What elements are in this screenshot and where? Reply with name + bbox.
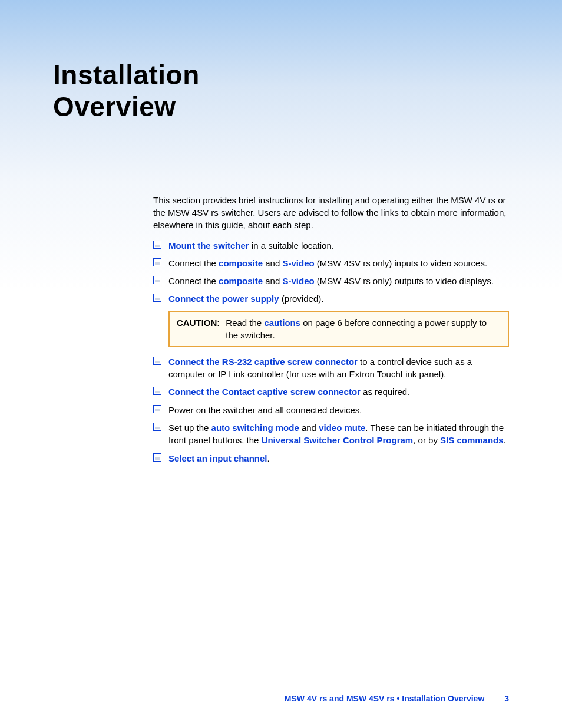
text: and [263, 276, 282, 286]
checkbox-icon [153, 357, 161, 365]
text: , or by [413, 435, 440, 445]
checkbox-icon [153, 276, 161, 284]
link-composite[interactable]: composite [219, 258, 263, 268]
text: Set up the [168, 423, 211, 433]
checklist-item: Connect the power supply (provided). [153, 292, 509, 305]
link-connect-rs232[interactable]: Connect the RS-232 captive screw connect… [168, 357, 358, 367]
checklist-item: Power on the switcher and all connected … [153, 404, 509, 416]
checkbox-icon [153, 241, 161, 249]
text: Connect the [168, 258, 219, 268]
checklist-item: Connect the Contact captive screw connec… [153, 386, 509, 398]
text: . [504, 435, 506, 445]
checklist-item: Connect the composite and S-video (MSW 4… [153, 275, 509, 287]
checklist-item: Select an input channel. [153, 452, 509, 465]
text: Connect the [168, 276, 219, 286]
link-auto-switching-mode[interactable]: auto switching mode [211, 423, 299, 433]
document-page: Installation Overview This section provi… [0, 0, 562, 728]
content-block: This section provides brief instructions… [153, 194, 509, 465]
checkbox-icon [153, 423, 161, 431]
checkbox-icon [153, 294, 161, 302]
link-composite[interactable]: composite [219, 276, 263, 286]
link-select-input-channel[interactable]: Select an input channel [168, 453, 267, 463]
title-line-2: Overview [53, 91, 176, 122]
page-footer: MSW 4V rs and MSW 4SV rs • Installation … [285, 694, 509, 703]
text: and [299, 423, 319, 433]
page-title: Installation Overview [53, 59, 509, 123]
checkbox-icon [153, 387, 161, 395]
footer-text: MSW 4V rs and MSW 4SV rs • Installation … [285, 694, 484, 703]
link-s-video[interactable]: S-video [282, 276, 314, 286]
checklist: Mount the switcher in a suitable locatio… [153, 239, 509, 305]
page-number: 3 [504, 694, 509, 703]
caution-box: CAUTION: Read the cautions on page 6 bef… [168, 311, 509, 347]
caution-text: Read the cautions on page 6 before conne… [226, 317, 501, 341]
checkbox-icon [153, 453, 161, 462]
caution-label: CAUTION: [177, 317, 220, 341]
title-line-1: Installation [53, 60, 200, 90]
text: and [263, 258, 282, 268]
checklist-item: Connect the RS-232 captive screw connect… [153, 355, 509, 381]
checkbox-icon [153, 258, 161, 266]
text: Power on the switcher and all connected … [168, 405, 362, 415]
link-connect-contact[interactable]: Connect the Contact captive screw connec… [168, 387, 361, 397]
link-universal-switcher-control-program[interactable]: Universal Switcher Control Program [262, 435, 414, 445]
text: (provided). [279, 294, 324, 304]
text: Read the [226, 318, 264, 328]
intro-paragraph: This section provides brief instructions… [153, 194, 509, 231]
link-video-mute[interactable]: video mute [319, 423, 365, 433]
text: . [267, 453, 270, 463]
text: as required. [361, 387, 409, 397]
link-s-video[interactable]: S-video [282, 258, 314, 268]
text: in a suitable location. [249, 241, 334, 251]
link-mount-switcher[interactable]: Mount the switcher [168, 241, 249, 251]
checkbox-icon [153, 405, 161, 413]
checklist-item: Mount the switcher in a suitable locatio… [153, 239, 509, 252]
text: (MSW 4SV rs only) outputs to video displ… [315, 276, 494, 286]
link-sis-commands[interactable]: SIS commands [440, 435, 504, 445]
checklist-item: Set up the auto switching mode and video… [153, 421, 509, 447]
link-connect-power-supply[interactable]: Connect the power supply [168, 294, 279, 304]
text: (MSW 4SV rs only) inputs to video source… [315, 258, 487, 268]
checklist: Connect the RS-232 captive screw connect… [153, 355, 509, 465]
checklist-item: Connect the composite and S-video (MSW 4… [153, 257, 509, 269]
link-cautions[interactable]: cautions [264, 318, 300, 328]
